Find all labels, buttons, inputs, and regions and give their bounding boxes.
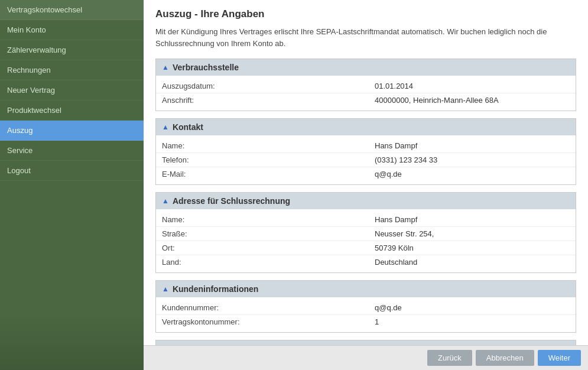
sidebar-item-produktwechsel[interactable]: Produktwechsel bbox=[0, 100, 144, 121]
page-title: Auszug - Ihre Angaben bbox=[155, 8, 576, 20]
field-label: Auszugsdatum: bbox=[162, 82, 375, 90]
field-row: Vertragskontonummer:1 bbox=[156, 315, 576, 329]
field-label: Telefon: bbox=[162, 155, 375, 164]
section-header-adresse: ▲ Adresse für Schlussrechnung bbox=[156, 193, 576, 209]
sidebar-item-zahlerverwaltung[interactable]: Zählerverwaltung bbox=[0, 40, 144, 60]
field-value: 50739 Köln bbox=[375, 244, 570, 252]
section-body-adresse: Name:Hans DampfStraße:Neusser Str. 254,O… bbox=[156, 209, 576, 272]
triangle-icon: ▲ bbox=[162, 63, 169, 72]
main-content: Auszug - Ihre Angaben Mit der Kündigung … bbox=[144, 0, 588, 370]
section-adresse: ▲ Adresse für Schlussrechnung Name:Hans … bbox=[155, 192, 576, 273]
field-value: 40000000, Heinrich-Mann-Allee 68A bbox=[375, 96, 570, 105]
field-label: Straße: bbox=[162, 229, 375, 238]
section-title-kundeninformationen: Kundeninformationen bbox=[173, 284, 258, 294]
section-title-verbrauchsstelle: Verbrauchsstelle bbox=[173, 63, 239, 72]
section-body-verbrauchsstelle: Auszugsdatum:01.01.2014Anschrift:4000000… bbox=[156, 76, 576, 111]
intro-text: Mit der Kündigung Ihres Vertrages erlisc… bbox=[155, 26, 576, 49]
field-label: Kundennummer: bbox=[162, 303, 375, 312]
sidebar-item-vertragskontowechsel[interactable]: Vertragskontowechsel bbox=[0, 0, 144, 20]
field-row: Name:Hans Dampf bbox=[156, 139, 576, 153]
cancel-button[interactable]: Abbrechen bbox=[476, 350, 534, 366]
triangle-icon-3: ▲ bbox=[162, 197, 169, 205]
sidebar-item-logout[interactable]: Logout bbox=[0, 161, 144, 181]
field-label: Name: bbox=[162, 141, 375, 150]
field-label: E-Mail: bbox=[162, 170, 375, 178]
section-header-kundeninformationen: ▲ Kundeninformationen bbox=[156, 281, 576, 297]
field-label: Name: bbox=[162, 215, 375, 224]
field-value: 1 bbox=[375, 317, 570, 326]
back-button[interactable]: Zurück bbox=[427, 350, 472, 366]
sidebar-item-service[interactable]: Service bbox=[0, 141, 144, 161]
field-value: q@q.de bbox=[375, 303, 570, 312]
section-header-verbrauchsstelle: ▲ Verbrauchsstelle bbox=[156, 59, 576, 76]
field-row: Kundennummer:q@q.de bbox=[156, 301, 576, 315]
footer-bar: Zurück Abbrechen Weiter bbox=[144, 345, 588, 370]
field-label: Land: bbox=[162, 258, 375, 267]
field-label: Anschrift: bbox=[162, 96, 375, 105]
sidebar-item-rechnungen[interactable]: Rechnungen bbox=[0, 60, 144, 80]
field-value: Hans Dampf bbox=[375, 141, 570, 150]
field-value: q@q.de bbox=[375, 170, 570, 178]
field-value: (0331) 123 234 33 bbox=[375, 155, 570, 164]
triangle-icon-4: ▲ bbox=[162, 285, 169, 293]
field-row: Telefon:(0331) 123 234 33 bbox=[156, 153, 576, 167]
field-row: Straße:Neusser Str. 254, bbox=[156, 227, 576, 241]
field-label: Vertragskontonummer: bbox=[162, 317, 375, 326]
field-value: Deutschland bbox=[375, 258, 570, 267]
section-title-adresse: Adresse für Schlussrechnung bbox=[173, 196, 290, 206]
field-row: Auszugsdatum:01.01.2014 bbox=[156, 79, 576, 93]
sidebar-item-neuer-vertrag[interactable]: Neuer Vertrag bbox=[0, 80, 144, 100]
field-value: 01.01.2014 bbox=[375, 82, 570, 90]
field-row: Ort:50739 Köln bbox=[156, 241, 576, 255]
sidebar-item-auszug[interactable]: Auszug bbox=[0, 121, 144, 141]
section-title-kontakt: Kontakt bbox=[173, 122, 203, 132]
sidebar-item-mein-konto[interactable]: Mein Konto bbox=[0, 20, 144, 40]
section-kundeninformationen: ▲ Kundeninformationen Kundennummer:q@q.d… bbox=[155, 280, 576, 333]
triangle-icon-2: ▲ bbox=[162, 123, 169, 131]
section-verbrauchsstelle: ▲ Verbrauchsstelle Auszugsdatum:01.01.20… bbox=[155, 59, 576, 111]
field-value: Neusser Str. 254, bbox=[375, 229, 570, 238]
field-row: Anschrift:40000000, Heinrich-Mann-Allee … bbox=[156, 93, 576, 107]
section-body-kundeninformationen: Kundennummer:q@q.deVertragskontonummer:1 bbox=[156, 297, 576, 332]
next-button[interactable]: Weiter bbox=[538, 350, 581, 366]
field-row: Name:Hans Dampf bbox=[156, 213, 576, 227]
sidebar: VertragskontowechselMein KontoZählerverw… bbox=[0, 0, 144, 370]
section-kontakt: ▲ Kontakt Name:Hans DampfTelefon:(0331) … bbox=[155, 118, 576, 185]
field-label: Ort: bbox=[162, 244, 375, 252]
field-row: E-Mail:q@q.de bbox=[156, 167, 576, 181]
field-value: Hans Dampf bbox=[375, 215, 570, 224]
section-header-kontakt: ▲ Kontakt bbox=[156, 119, 576, 135]
section-body-kontakt: Name:Hans DampfTelefon:(0331) 123 234 33… bbox=[156, 135, 576, 184]
field-row: Land:Deutschland bbox=[156, 255, 576, 269]
